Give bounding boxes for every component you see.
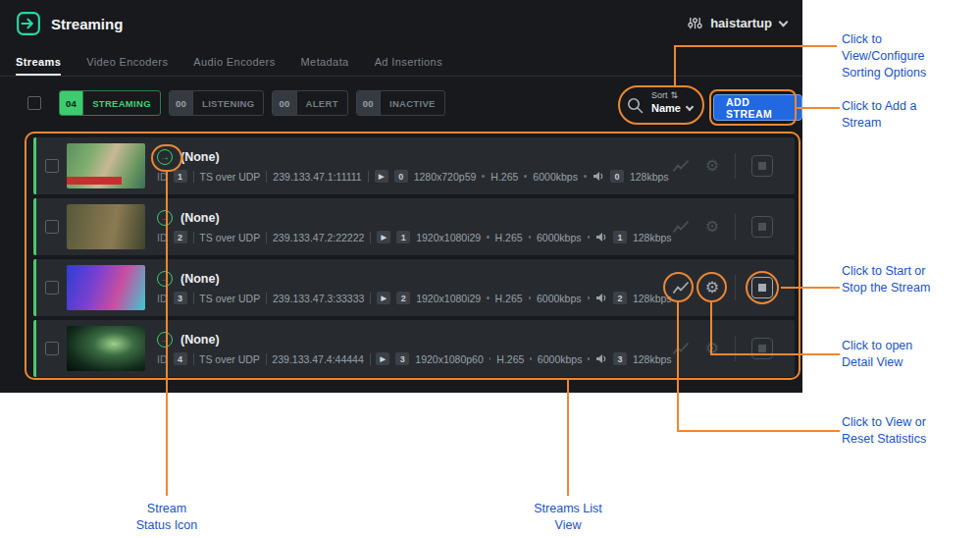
resolution: 1920x1080i29 [416,293,481,304]
separator-dot [588,357,590,360]
divider [193,353,194,365]
callout-detail-view: Click to open Detail View [842,338,944,371]
gear-icon[interactable]: ⚙ [705,341,719,356]
search-icon[interactable] [627,97,644,118]
stream-thumbnail [67,265,145,310]
select-all-checkbox[interactable] [27,96,41,110]
screenshot-root: Streaming haistartup Streams Video Encod… [0,0,980,537]
filter-streaming[interactable]: 04 STREAMING [59,90,161,116]
filter-count: 00 [273,91,296,115]
audio-bitrate: 128kbps [633,293,672,304]
stream-info: → (None) ID 2 TS over UDP 239.133.47.2:2… [157,210,672,243]
stream-row[interactable]: → (None) ID 2 TS over UDP 239.133.47.2:2… [33,198,795,255]
id-label: ID [157,232,168,243]
statistics-icon[interactable] [672,280,690,295]
row-checkbox[interactable] [45,342,59,355]
id-badge: 1 [174,170,187,183]
stream-row[interactable]: → (None) ID 3 TS over UDP 239.133.47.3:3… [33,259,795,316]
audio-badge: 3 [613,352,627,365]
stream-status-icon: → [157,149,173,165]
separator-dot [524,175,527,178]
stream-thumbnail [67,326,145,371]
stream-thumbnail [67,204,145,249]
streaming-app-window: Streaming haistartup Streams Video Encod… [0,0,802,393]
statistics-icon[interactable] [672,341,690,356]
id-badge: 4 [174,352,187,365]
statistics-icon[interactable] [672,158,690,174]
stop-button[interactable] [751,277,773,298]
id-badge: 3 [174,292,187,304]
filter-alert[interactable]: 00 ALERT [272,90,347,116]
audio-badge: 1 [613,231,627,243]
stop-button[interactable] [751,338,773,359]
separator-dot [530,357,532,360]
stream-details: ID 1 TS over UDP 239.133.47.1:11111 ▶ 0 … [157,170,669,183]
video-icon: ▶ [376,352,389,365]
stop-icon [758,223,766,231]
stream-name: (None) [181,211,220,225]
chevron-down-icon [779,17,789,27]
gear-icon[interactable]: ⚙ [705,219,719,235]
divider [266,293,267,304]
tab-streams[interactable]: Streams [16,49,61,76]
filter-count: 04 [60,91,83,115]
status-filter-bar: 04 STREAMING 00 LISTENING 00 ALERT 00 IN… [59,90,445,116]
filter-label: STREAMING [83,91,160,115]
stop-button[interactable] [751,216,773,238]
audio-badge: 2 [613,292,627,304]
stop-icon [758,284,766,292]
stream-row[interactable]: → (None) ID 1 TS over UDP 239.133.47.1:1… [33,137,795,194]
stream-details: ID 2 TS over UDP 239.133.47.2:22222 ▶ 1 … [157,231,672,243]
tab-metadata[interactable]: Metadata [301,49,349,76]
id-badge: 2 [174,231,187,243]
user-menu[interactable]: haistartup [688,16,787,30]
stream-row[interactable]: → (None) ID 4 TS over UDP 239.133.47.4:4… [33,320,795,377]
filter-count: 00 [170,91,193,115]
video-bitrate: 6000kbps [537,232,582,243]
connector-add-stream [797,107,840,109]
divider [735,275,736,300]
streaming-status-bar [33,137,36,194]
tab-video-encoders[interactable]: Video Encoders [86,49,168,76]
filter-listening[interactable]: 00 LISTENING [169,90,265,116]
add-stream-button[interactable]: ADD STREAM [713,94,802,121]
stream-name: (None) [181,150,220,164]
stop-icon [758,345,766,352]
tab-audio-encoders[interactable]: Audio Encoders [193,49,275,76]
codec: H.265 [495,293,523,304]
sliders-icon [688,16,702,30]
protocol: TS over UDP [199,293,260,304]
divider [735,214,736,240]
id-label: ID [157,353,168,365]
protocol: TS over UDP [200,171,261,183]
codec: H.265 [490,171,518,183]
id-label: ID [157,171,168,183]
tab-ad-insertions[interactable]: Ad Insertions [375,49,442,76]
streaming-status-bar [33,198,36,255]
row-checkbox[interactable] [45,159,59,173]
streams-list: → (None) ID 1 TS over UDP 239.133.47.1:1… [33,137,795,381]
gear-icon[interactable]: ⚙ [705,280,719,295]
filter-label: INACTIVE [381,91,444,115]
audio-badge: 0 [610,170,624,183]
callout-list-view: Streams List View [524,501,612,534]
video-bitrate: 6000kbps [538,353,583,365]
stream-thumbnail [67,143,145,188]
stream-details: ID 4 TS over UDP 239.133.47.4:44444 ▶ 3 … [157,352,672,365]
streaming-status-bar [33,320,36,377]
row-checkbox[interactable] [45,220,59,234]
row-checkbox[interactable] [45,281,59,295]
separator-dot [490,357,491,360]
divider [266,353,267,365]
stream-info: → (None) ID 1 TS over UDP 239.133.47.1:1… [157,149,669,183]
divider [193,171,194,183]
streaming-status-bar [33,259,36,316]
divider [266,171,267,183]
stop-button[interactable] [751,155,773,177]
statistics-icon[interactable] [672,219,690,235]
sort-control[interactable]: Sort ⇅ Name [651,90,693,114]
gear-icon[interactable]: ⚙ [705,158,719,174]
filter-inactive[interactable]: 00 INACTIVE [356,90,445,116]
tab-bar: Streams Video Encoders Audio Encoders Me… [0,49,802,77]
video-icon: ▶ [377,231,390,243]
